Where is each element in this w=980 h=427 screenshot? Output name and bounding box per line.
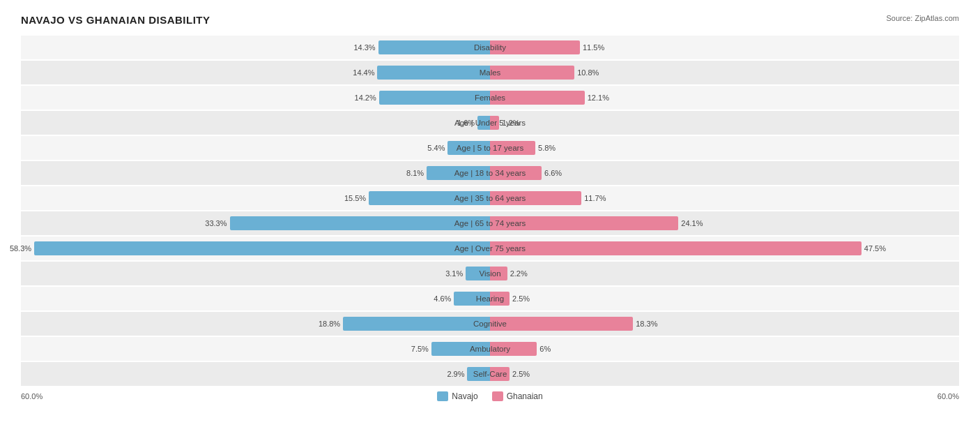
right-section: 12.1% (490, 86, 959, 110)
navajo-bar: 15.5% (369, 191, 490, 205)
axis-label-left: 60.0% (21, 392, 43, 400)
ghanaian-bar: 12.1% (490, 91, 585, 105)
ghanaian-value: 6.6% (544, 169, 562, 177)
navajo-bar: 7.5% (431, 342, 490, 356)
navajo-value: 33.3% (205, 219, 227, 227)
legend-navajo: Navajo (437, 391, 477, 401)
table-row: 14.2%Females12.1% (21, 86, 959, 110)
navajo-bar: 14.4% (377, 66, 490, 80)
right-section: 47.5% (490, 237, 959, 260)
navajo-bar: 14.3% (378, 40, 490, 54)
left-section: 7.5% (21, 337, 490, 361)
ghanaian-value: 12.1% (588, 93, 609, 102)
left-section: 3.1% (21, 262, 490, 285)
right-section: 11.7% (490, 186, 959, 210)
ghanaian-bar: 11.5% (490, 40, 580, 54)
ghanaian-value: 6% (539, 345, 551, 353)
right-section: 10.8% (490, 61, 959, 84)
navajo-value: 3.1% (445, 269, 463, 278)
left-section: 4.6% (21, 287, 490, 310)
navajo-bar: 5.4% (447, 141, 490, 155)
ghanaian-value: 5.8% (538, 144, 556, 152)
navajo-label: Navajo (452, 391, 477, 401)
table-row: 58.3%Age | Over 75 years47.5% (21, 237, 959, 260)
navajo-bar: 8.1% (427, 166, 490, 180)
table-row: 14.4%Males10.8% (21, 61, 959, 84)
navajo-value: 14.3% (353, 43, 375, 52)
ghanaian-bar: 6.6% (490, 166, 542, 180)
table-row: 14.3%Disability11.5% (21, 36, 959, 59)
navajo-value: 14.4% (353, 68, 374, 77)
ghanaian-bar: 47.5% (490, 241, 862, 255)
left-section: 2.9% (21, 362, 490, 386)
ghanaian-bar: 1.2% (490, 116, 499, 130)
navajo-bar: 1.6% (477, 116, 490, 130)
ghanaian-label: Ghanaian (507, 391, 543, 401)
right-section: 18.3% (490, 312, 959, 336)
ghanaian-value: 11.7% (584, 194, 606, 202)
ghanaian-bar: 10.8% (490, 66, 574, 80)
navajo-value: 15.5% (344, 194, 366, 202)
navajo-value: 58.3% (10, 244, 31, 253)
table-row: 18.8%Cognitive18.3% (21, 312, 959, 336)
ghanaian-value: 24.1% (681, 219, 703, 227)
navajo-bar: 18.8% (343, 317, 490, 331)
ghanaian-value: 1.2% (502, 119, 519, 127)
table-row: 3.1%Vision2.2% (21, 262, 959, 285)
ghanaian-bar: 5.8% (490, 141, 535, 155)
table-row: 15.5%Age | 35 to 64 years11.7% (21, 186, 959, 210)
ghanaian-value: 2.2% (510, 269, 528, 278)
legend: Navajo Ghanaian (437, 391, 542, 401)
navajo-bar: 4.6% (454, 292, 490, 306)
chart-footer: 60.0% Navajo Ghanaian 60.0% (21, 391, 959, 401)
table-row: 7.5%Ambulatory6% (21, 337, 959, 361)
navajo-bar: 58.3% (34, 241, 490, 255)
ghanaian-bar: 2.2% (490, 267, 507, 280)
navajo-value: 5.4% (427, 144, 445, 152)
right-section: 1.2% (490, 111, 959, 135)
ghanaian-value: 2.5% (512, 294, 530, 303)
navajo-value: 1.6% (457, 119, 475, 127)
left-section: 1.6% (21, 111, 490, 135)
left-section: 58.3% (21, 237, 490, 260)
right-section: 6.6% (490, 161, 959, 185)
navajo-bar: 33.3% (230, 216, 491, 230)
table-row: 33.3%Age | 65 to 74 years24.1% (21, 211, 959, 235)
navajo-value: 14.2% (355, 93, 376, 102)
navajo-value: 7.5% (411, 345, 429, 353)
left-section: 8.1% (21, 161, 490, 185)
left-section: 5.4% (21, 136, 490, 160)
navajo-value: 8.1% (406, 169, 424, 177)
table-row: 8.1%Age | 18 to 34 years6.6% (21, 161, 959, 185)
ghanaian-color-swatch (492, 391, 503, 401)
navajo-value: 4.6% (434, 294, 451, 303)
navajo-bar: 3.1% (466, 267, 490, 280)
ghanaian-bar: 11.7% (490, 191, 581, 205)
navajo-value: 2.9% (447, 370, 464, 378)
chart-source: Source: ZipAtlas.com (886, 14, 959, 22)
chart-header: NAVAJO VS GHANAIAN DISABILITY Source: Zi… (21, 14, 959, 26)
ghanaian-value: 10.8% (577, 68, 599, 77)
navajo-bar: 2.9% (467, 367, 490, 381)
right-section: 6% (490, 337, 959, 361)
chart-container: NAVAJO VS GHANAIAN DISABILITY Source: Zi… (0, 0, 980, 415)
ghanaian-bar: 18.3% (490, 317, 633, 331)
left-section: 15.5% (21, 186, 490, 210)
navajo-bar: 14.2% (379, 91, 490, 105)
table-row: 4.6%Hearing2.5% (21, 287, 959, 310)
navajo-color-swatch (437, 391, 448, 401)
ghanaian-value: 47.5% (864, 244, 886, 253)
right-section: 11.5% (490, 36, 959, 59)
ghanaian-bar: 2.5% (490, 292, 510, 306)
right-section: 2.2% (490, 262, 959, 285)
left-section: 33.3% (21, 211, 490, 235)
ghanaian-bar: 6% (490, 342, 537, 356)
axis-label-right: 60.0% (937, 392, 959, 400)
chart-title: NAVAJO VS GHANAIAN DISABILITY (21, 14, 210, 26)
navajo-value: 18.8% (319, 320, 340, 328)
rows-area: 14.3%Disability11.5%14.4%Males10.8%14.2%… (21, 36, 959, 386)
table-row: 2.9%Self-Care2.5% (21, 362, 959, 386)
right-section: 2.5% (490, 287, 959, 310)
left-section: 14.3% (21, 36, 490, 59)
table-row: 1.6%Age | Under 5 years1.2% (21, 111, 959, 135)
